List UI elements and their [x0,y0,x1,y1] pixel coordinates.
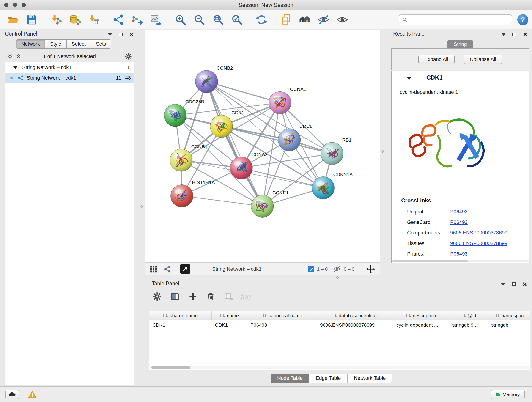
crosslink-link[interactable]: P06493 [450,209,468,215]
network-collection-row[interactable]: String Network – cdk1 1 [5,62,134,73]
function-builder-button[interactable]: f(x) [241,291,251,302]
panel-menu-icon[interactable] [108,33,112,36]
cloud-sync-button[interactable] [6,390,19,399]
network-canvas-svg[interactable]: CCNB2CCNA1CDC25BCDK1CDC6RB1CCNB1CCNA2CDK… [145,30,380,262]
column-header-shared-name[interactable]: shared name [149,311,212,320]
network-node-hist1h1a[interactable]: HIST1H1A [171,180,215,207]
tab-network[interactable]: Network [16,39,45,49]
search-box[interactable] [399,14,512,25]
table-cell[interactable]: CDK1 [212,320,247,330]
network-options-gear-icon[interactable] [125,53,132,60]
tab-select[interactable]: Select [66,39,91,49]
open-session-button[interactable] [6,12,20,27]
network-view[interactable]: CCNB2CCNA1CDC25BCDK1CDC6RB1CCNB1CCNA2CDK… [145,30,380,263]
crosslink-link[interactable]: P06493 [450,219,468,225]
collapse-gene-icon[interactable] [407,77,412,80]
tab-style[interactable]: Style [45,39,67,49]
create-column-button[interactable] [187,291,198,302]
new-network-button[interactable] [111,12,126,27]
table-cell[interactable]: CDK1 [149,320,212,330]
expand-all-icon[interactable] [15,53,22,60]
grid-view-button[interactable] [149,264,158,274]
column-header--id[interactable]: @id [449,311,488,320]
export-image-button[interactable] [149,12,163,27]
table-row[interactable]: CDK1CDK1P064939606.ENSP00000378699cyclin… [149,320,530,330]
pan-mode-button[interactable] [365,264,376,274]
vertical-splitter-handle[interactable] [140,205,143,208]
column-header-canonical-name[interactable]: canonical name [247,311,317,320]
birds-eye-view-button[interactable] [180,264,190,274]
column-header-namespac[interactable]: namespac [488,311,530,320]
panel-menu-icon[interactable] [501,283,505,286]
network-node-cdk1[interactable]: CDK1 [210,110,244,138]
table-horizontal-scrollbar[interactable] [150,366,529,369]
tab-edge-table[interactable]: Edge Table [309,374,348,383]
zoom-fit-button[interactable] [211,12,225,27]
tab-string[interactable]: String [447,40,473,49]
selected-checkbox[interactable] [308,266,314,272]
expand-collection-icon[interactable] [13,66,18,69]
gene-header[interactable]: CDK1 [392,71,529,85]
table-options-button[interactable] [152,291,163,302]
crosslink-link[interactable]: 9606.ENSP00000378699 [450,240,507,246]
network-node-cdkn1a[interactable]: CDKN1A [312,172,353,199]
zoom-out-button[interactable] [192,12,207,27]
results-scrollbar[interactable] [392,260,529,262]
network-node-rb1[interactable]: RB1 [321,137,351,165]
delete-column-button[interactable] [205,291,216,302]
tab-sets[interactable]: Sets [91,39,111,49]
collapse-all-icon[interactable] [7,53,13,60]
panel-menu-icon[interactable] [501,33,506,36]
table-cell[interactable]: P06493 [247,320,317,330]
close-window-button[interactable] [4,3,8,7]
import-table-button[interactable] [87,12,101,27]
column-header-description[interactable]: description [393,311,449,320]
network-overview-button[interactable] [162,264,172,274]
close-panel-icon[interactable] [523,32,527,37]
import-network-file-button[interactable] [49,12,64,27]
float-panel-icon[interactable] [512,32,516,36]
network-node-ccnb2[interactable]: CCNB2 [196,65,233,93]
export-network-button[interactable] [130,12,145,27]
show-columns-button[interactable] [170,291,181,302]
results-scrollbar-thumb[interactable] [393,260,468,262]
column-header-name[interactable]: name [212,311,247,320]
minimize-window-button[interactable] [13,3,17,7]
tab-node-table[interactable]: Node Table [271,374,309,383]
collapse-all-button[interactable]: Collapse All [464,55,502,64]
maximize-window-button[interactable] [22,3,26,7]
table-cell[interactable]: stringdb [488,320,530,330]
crosslink-link[interactable]: P06493 [450,251,468,257]
table-cell[interactable]: cyclin-dependent ... [393,320,449,330]
crosslink-link[interactable]: 9606.ENSP00000378699 [450,230,507,236]
horizontal-splitter-handle[interactable] [336,276,339,279]
clone-network-button[interactable] [279,12,293,27]
float-panel-icon[interactable] [119,32,123,36]
hide-selected-button[interactable] [316,12,331,27]
network-node-ccna1[interactable]: CCNA1 [269,86,306,114]
network-node-ccnb1[interactable]: CCNB1 [170,144,208,172]
save-session-button[interactable] [25,12,39,27]
help-button[interactable]: ? [517,14,528,25]
table-scrollbar-thumb[interactable] [152,366,190,369]
refresh-button[interactable] [254,12,269,27]
import-network-database-button[interactable] [68,12,82,27]
search-input[interactable] [409,17,509,22]
network-row-selected[interactable]: String Network – cdk1 11 48 [5,73,134,83]
tab-network-table[interactable]: Network Table [347,374,393,383]
table-cell[interactable]: 9606.ENSP00000378699 [317,320,393,330]
show-all-button[interactable] [335,12,350,27]
first-neighbors-button[interactable] [298,12,312,27]
vertical-splitter-handle[interactable] [381,150,384,153]
expand-all-button[interactable]: Expand All [418,55,455,64]
column-header-database-identifier[interactable]: database identifier [317,311,393,320]
memory-button[interactable]: Memory [491,390,525,399]
float-panel-icon[interactable] [512,282,516,286]
delete-table-button[interactable] [223,291,234,302]
zoom-in-button[interactable] [173,12,188,27]
warnings-button[interactable] [26,390,39,399]
table-cell[interactable]: stringdb:9... [449,320,488,330]
close-panel-icon[interactable] [129,32,134,37]
zoom-selected-button[interactable] [230,12,244,27]
close-panel-icon[interactable] [522,282,527,287]
